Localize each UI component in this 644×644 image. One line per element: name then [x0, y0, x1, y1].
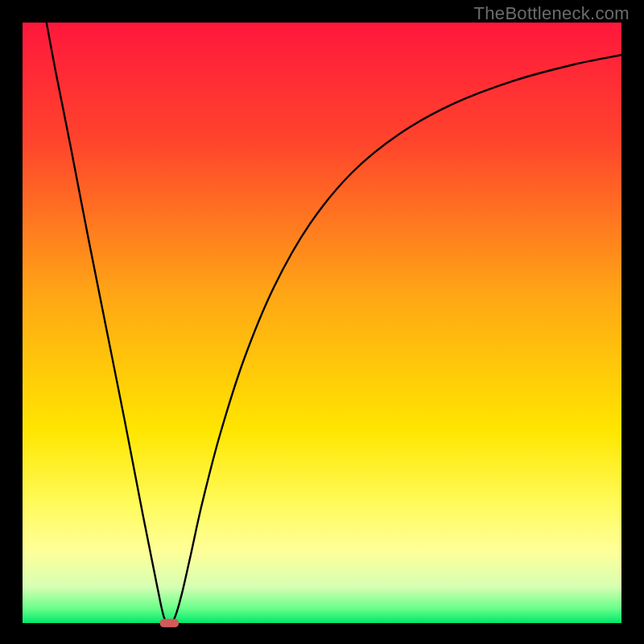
optimal-marker: [159, 619, 179, 627]
chart-container: TheBottleneck.com: [0, 0, 644, 644]
plot-background: [23, 23, 621, 623]
bottleneck-chart: [0, 0, 644, 644]
watermark-text: TheBottleneck.com: [474, 3, 630, 24]
